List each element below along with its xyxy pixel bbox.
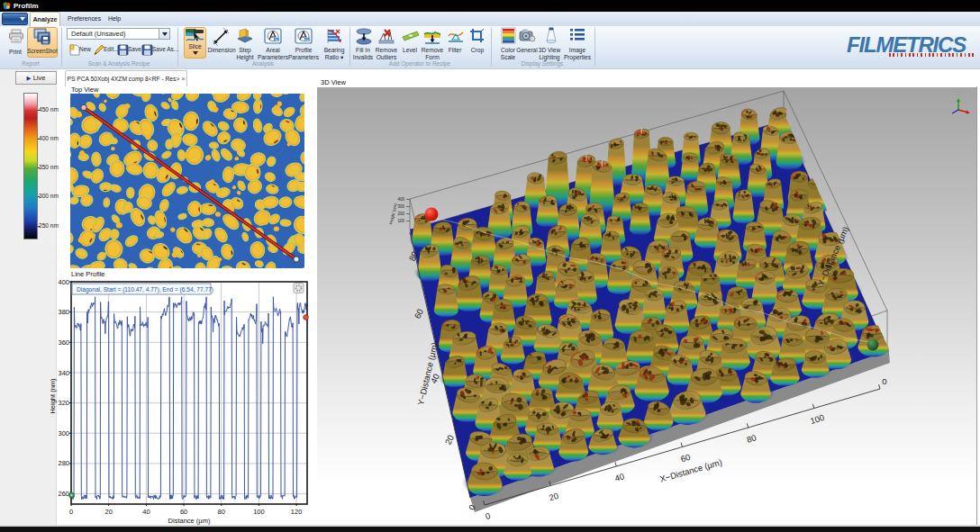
svg-text:280: 280 [58,459,69,467]
svg-text:400: 400 [58,278,69,286]
svg-text:3D View: 3D View [321,78,346,86]
svg-text:200: 200 [397,212,404,216]
svg-text:300: 300 [58,429,69,437]
svg-text:20: 20 [105,508,113,516]
svg-text:300: 300 [397,204,404,209]
svg-text:40: 40 [142,508,150,516]
svg-text:380: 380 [58,308,69,316]
svg-text:120: 120 [291,508,303,516]
svg-text:0: 0 [69,508,73,516]
svg-text:360: 360 [58,338,69,347]
svg-text:340: 340 [58,369,69,377]
svg-text:2D: 2D [304,37,311,41]
svg-text:80: 80 [218,508,225,516]
svg-text:Distance (µm): Distance (µm) [168,517,211,525]
svg-text:3D: 3D [274,37,280,41]
svg-text:400: 400 [397,197,404,202]
svg-text:Height (nm): Height (nm) [50,378,57,414]
svg-text:100: 100 [397,219,404,223]
svg-text:0: 0 [882,376,886,386]
svg-text:260: 260 [58,490,69,498]
svg-text:60: 60 [180,508,187,516]
svg-text:Diagonal, Start = (110.47, 4.7: Diagonal, Start = (110.47, 4.77), End = … [77,286,213,293]
svg-text:320: 320 [58,399,69,407]
svg-text:100: 100 [253,508,265,516]
